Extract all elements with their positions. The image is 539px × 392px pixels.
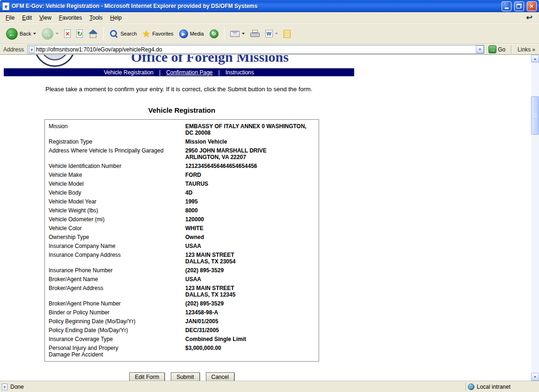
menu-item-view[interactable]: View xyxy=(36,13,55,22)
field-row: Vehicle Color WHITE xyxy=(49,225,315,232)
field-row: Policy Ending Date (Mo/Day/Yr) DEC/31/20… xyxy=(49,327,315,334)
close-icon: × xyxy=(530,3,534,10)
scroll-track[interactable] xyxy=(531,63,539,373)
media-icon: ▶ xyxy=(179,29,188,38)
favorites-star-icon: ★ xyxy=(142,29,150,38)
history-icon: ↻ xyxy=(210,29,219,38)
scroll-thumb[interactable] xyxy=(531,96,539,135)
search-button[interactable]: Search xyxy=(107,28,139,40)
go-label: Go xyxy=(498,46,505,53)
scroll-down-button[interactable]: ▼ xyxy=(531,373,539,381)
field-value: TAURUS xyxy=(185,181,315,187)
field-label: Vehicle Body xyxy=(49,189,185,196)
nav-item[interactable]: Confirmation Page xyxy=(166,69,212,76)
page-header: Office of Foreign Missions xyxy=(0,55,531,68)
security-zone-cell: Local intranet xyxy=(468,384,537,390)
mail-button[interactable] xyxy=(228,29,247,38)
print-button[interactable] xyxy=(248,29,262,39)
refresh-icon: ↻ xyxy=(76,29,83,38)
menu-item-file[interactable]: File xyxy=(2,13,18,22)
field-value: 123458-98-A xyxy=(185,309,315,316)
field-value: DEC/31/2005 xyxy=(185,327,315,334)
stop-button[interactable]: × xyxy=(62,28,73,39)
window-ie-icon[interactable]: e xyxy=(2,2,9,10)
refresh-button[interactable]: ↻ xyxy=(74,28,85,39)
site-brand-title: Office of Foreign Missions xyxy=(131,55,531,64)
field-row: Policy Beginning Date (Mo/Day/Yr) JAN/01… xyxy=(49,318,315,325)
history-button[interactable]: ↻ xyxy=(207,28,221,40)
media-button[interactable]: ▶ Media xyxy=(177,28,206,40)
field-row: Ownership Type Owned xyxy=(49,234,315,240)
field-label: Broker/Agent Phone Number xyxy=(49,300,185,307)
home-button[interactable] xyxy=(86,28,100,40)
menu-bar: FileEditViewFavoritesToolsHelp ↩ xyxy=(0,12,539,23)
restore-button[interactable] xyxy=(514,1,524,11)
back-button[interactable]: ← Back xyxy=(4,27,38,41)
minimize-button[interactable] xyxy=(502,1,511,11)
discuss-button[interactable] xyxy=(281,29,293,39)
field-value: 123 MAIN STREET DALLAS, TX 12345 xyxy=(185,285,315,298)
links-label: Links xyxy=(517,46,531,53)
status-text: Done xyxy=(10,384,24,390)
edit-dropdown-icon[interactable] xyxy=(275,33,278,35)
address-input-wrap: e ▼ xyxy=(28,45,484,54)
back-label: Back xyxy=(20,31,31,36)
field-row: Address Where Vehicle Is Principally Gar… xyxy=(49,147,315,160)
address-dropdown-button[interactable]: ▼ xyxy=(476,45,484,53)
links-chevron-icon: » xyxy=(532,46,535,53)
web-page: Office of Foreign Missions Vehicle Regis… xyxy=(0,55,531,381)
back-dropdown-icon[interactable] xyxy=(33,33,36,35)
links-button[interactable]: Links » xyxy=(516,46,537,53)
state-department-seal xyxy=(34,55,75,67)
menu-item-favorites[interactable]: Favorites xyxy=(55,13,86,22)
field-row: Broker/Agent Address 123 MAIN STREET DAL… xyxy=(49,285,315,298)
favorites-button[interactable]: ★ Favorites xyxy=(140,28,175,40)
field-value: (202) 895-3529 xyxy=(185,300,315,307)
nav-item[interactable]: Instructions xyxy=(226,69,254,76)
window-title: OFM E-Gov: Vehicle Registration - Micros… xyxy=(12,3,499,9)
field-label: Address Where Vehicle Is Principally Gar… xyxy=(49,147,185,160)
field-label: Personal Injury and Propery Damage Per A… xyxy=(49,345,185,358)
menu-item-help[interactable]: Help xyxy=(106,13,125,22)
field-value: $3,000,000.00 xyxy=(185,345,315,358)
statusbar-separator xyxy=(466,383,466,391)
close-button[interactable]: × xyxy=(527,1,537,11)
field-label: Vehicle Odometer (mi) xyxy=(49,216,185,223)
field-value: USAA xyxy=(185,243,315,249)
menu-bar-items: FileEditViewFavoritesToolsHelp xyxy=(2,13,125,22)
field-row: Registration Type Mission Vehicle xyxy=(49,138,315,145)
field-row: Personal Injury and Propery Damage Per A… xyxy=(49,345,315,358)
field-value: EMBASSY OF ITALY ANNEX 0 WASHINGTON, DC … xyxy=(185,123,315,136)
browser-viewport: Office of Foreign Missions Vehicle Regis… xyxy=(0,55,539,381)
forward-button[interactable]: → xyxy=(39,27,61,41)
field-label: Binder or Policy Number xyxy=(49,309,185,316)
edit-with-word-button[interactable]: W xyxy=(263,29,280,39)
edit-form-button[interactable]: Edit Form xyxy=(129,372,165,381)
media-label: Media xyxy=(190,31,204,36)
standard-buttons-toolbar: ← Back → × ↻ Search ★ Favorites ▶ Media xyxy=(0,23,539,44)
field-row: Binder or Policy Number 123458-98-A xyxy=(49,309,315,316)
field-value: 123 MAIN STREET DALLAS, TX 23054 xyxy=(185,252,315,265)
nav-item[interactable]: Vehicle Registration xyxy=(104,69,153,76)
cancel-button[interactable]: Cancel xyxy=(206,372,234,381)
submit-button[interactable]: Submit xyxy=(171,372,199,381)
field-value: Combined Single Limit xyxy=(185,336,315,342)
field-value: 4D xyxy=(185,189,315,196)
field-label: Insurance Phone Number xyxy=(49,267,185,274)
go-button[interactable]: → Go xyxy=(487,45,507,53)
address-input[interactable] xyxy=(36,46,476,53)
address-label: Address xyxy=(2,46,25,53)
forward-dropdown-icon[interactable] xyxy=(56,33,58,35)
field-label: Broker/Agent Address xyxy=(49,285,185,298)
menu-item-tools[interactable]: Tools xyxy=(86,13,106,22)
field-row: Insurance Company Name USAA xyxy=(49,243,315,249)
field-label: Vehicle Model xyxy=(49,181,185,187)
intranet-globe-icon xyxy=(468,384,474,390)
search-icon xyxy=(109,29,118,38)
form-actions: Edit Form Submit Cancel xyxy=(44,372,319,381)
scroll-up-button[interactable]: ▲ xyxy=(531,55,539,63)
home-icon xyxy=(88,29,98,38)
menu-item-edit[interactable]: Edit xyxy=(18,13,36,22)
mail-dropdown-icon[interactable] xyxy=(242,33,245,35)
field-row: Broker/Agent Name USAA xyxy=(49,276,315,283)
